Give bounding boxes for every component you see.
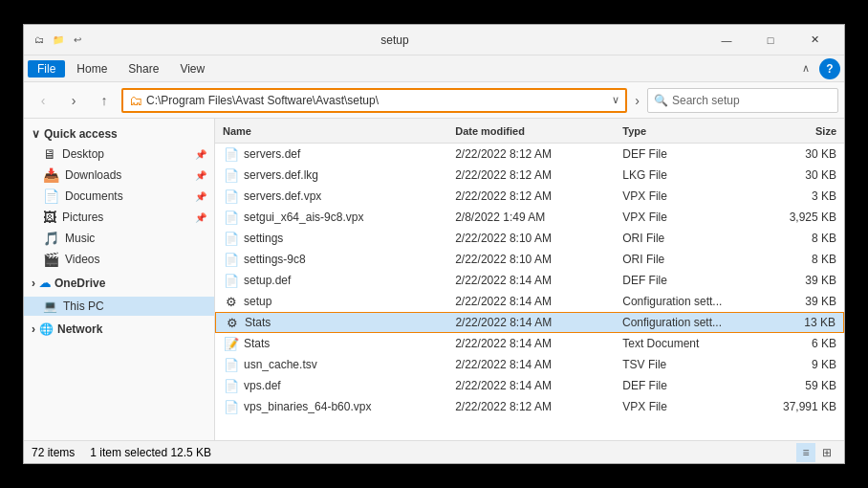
menubar: File Home Share View ∧ ?: [24, 55, 844, 82]
file-type-cell: VPX File: [622, 211, 762, 224]
file-type-icon: 📄: [223, 398, 240, 415]
sidebar-network-header[interactable]: › 🌐 Network: [24, 320, 214, 339]
file-type-cell: ORI File: [622, 232, 762, 245]
file-type-icon: 📄: [223, 209, 240, 226]
file-type-cell: TSV File: [622, 358, 762, 371]
table-row[interactable]: 📄 setup.def 2/22/2022 8:14 AM DEF File 3…: [215, 270, 844, 291]
sidebar-item-downloads[interactable]: 📥 Downloads 📌: [24, 165, 214, 186]
file-type-cell: LKG File: [622, 168, 762, 182]
details-view-button[interactable]: ≡: [796, 443, 815, 462]
music-folder-icon: 🎵: [43, 231, 59, 246]
table-row[interactable]: 📄 servers.def 2/22/2022 8:12 AM DEF File…: [215, 144, 844, 165]
window-title: setup: [85, 33, 705, 47]
file-name-cell: 📝 Stats: [223, 335, 455, 352]
sidebar-onedrive-header[interactable]: › ☁ OneDrive: [24, 274, 214, 293]
address-folder-icon: 🗂: [129, 93, 142, 108]
file-type-cell: Configuration sett...: [622, 295, 762, 308]
address-dropdown-arrow[interactable]: ∨: [612, 94, 619, 106]
pictures-folder-icon: 🖼: [43, 210, 56, 225]
column-type[interactable]: Type: [622, 125, 762, 137]
up-button[interactable]: ↑: [91, 88, 118, 113]
titlebar-icons: 🗂 📁 ↩: [32, 33, 85, 48]
sidebar-item-documents[interactable]: 📄 Documents 📌: [24, 186, 214, 207]
file-size-cell: 8 KB: [762, 232, 836, 245]
address-bar[interactable]: 🗂 C:\Program Files\Avast Software\Avast\…: [121, 88, 627, 113]
menu-share[interactable]: Share: [119, 60, 168, 78]
file-size-cell: 39 KB: [762, 295, 836, 308]
table-row[interactable]: ⚙ setup 2/22/2022 8:14 AM Configuration …: [215, 291, 844, 312]
network-label: Network: [57, 322, 102, 336]
file-size-cell: 3 KB: [762, 189, 836, 203]
menu-view[interactable]: View: [170, 60, 214, 78]
file-date-cell: 2/22/2022 8:14 AM: [455, 295, 622, 308]
file-date-cell: 2/22/2022 8:14 AM: [455, 358, 622, 371]
help-button[interactable]: ?: [819, 58, 840, 79]
sidebar-quickaccess-header[interactable]: ∨ Quick access: [24, 124, 214, 144]
column-date[interactable]: Date modified: [455, 125, 622, 137]
sidebar-item-music[interactable]: 🎵 Music: [24, 228, 214, 249]
file-type-icon: ⚙: [223, 293, 240, 310]
close-button[interactable]: ✕: [792, 25, 836, 55]
desktop-folder-icon: 🖥: [43, 146, 56, 162]
table-row[interactable]: 📄 settings 2/22/2022 8:10 AM ORI File 8 …: [215, 228, 844, 249]
sidebar-item-thispc[interactable]: 💻 This PC: [24, 297, 214, 316]
sidebar-section-onedrive: › ☁ OneDrive: [24, 274, 214, 293]
file-rows: 📄 servers.def 2/22/2022 8:12 AM DEF File…: [215, 144, 844, 440]
search-bar[interactable]: 🔍 Search setup: [647, 88, 838, 113]
chevron-down-icon: ∨: [32, 127, 40, 141]
maximize-button[interactable]: □: [749, 25, 792, 55]
thispc-label: This PC: [63, 299, 104, 313]
forward-button[interactable]: ›: [60, 88, 87, 113]
file-type-icon: 📄: [223, 188, 240, 205]
large-icons-view-button[interactable]: ⊞: [817, 443, 836, 462]
address-text: C:\Program Files\Avast Software\Avast\se…: [146, 94, 608, 107]
table-row[interactable]: 📄 servers.def.lkg 2/22/2022 8:12 AM LKG …: [215, 165, 844, 186]
file-name-cell: 📄 setup.def: [223, 272, 455, 289]
sidebar-item-videos[interactable]: 🎬 Videos: [24, 249, 214, 270]
table-row[interactable]: 📄 usn_cache.tsv 2/22/2022 8:14 AM TSV Fi…: [215, 354, 844, 375]
search-icon: 🔍: [654, 94, 668, 107]
minimize-button[interactable]: —: [705, 25, 749, 55]
chevron-right-network-icon: ›: [32, 322, 35, 336]
chevron-right-icon: ›: [32, 277, 35, 290]
file-type-icon: ⚙: [224, 314, 241, 331]
table-row[interactable]: 📄 settings-9c8 2/22/2022 8:10 AM ORI Fil…: [215, 249, 844, 270]
file-date-cell: 2/22/2022 8:12 AM: [455, 168, 622, 182]
back-button[interactable]: ‹: [30, 88, 56, 113]
file-date-cell: 2/22/2022 8:12 AM: [455, 147, 622, 161]
table-row[interactable]: ⚙ Stats 2/22/2022 8:14 AM Configuration …: [215, 312, 844, 333]
file-name-cell: 📄 servers.def: [223, 145, 455, 163]
expand-ribbon-button[interactable]: ∧: [802, 62, 810, 75]
menu-file[interactable]: File: [28, 60, 65, 78]
table-row[interactable]: 📝 Stats 2/22/2022 8:14 AM Text Document …: [215, 333, 844, 354]
file-date-cell: 2/22/2022 8:14 AM: [455, 274, 622, 287]
sidebar-item-desktop[interactable]: 🖥 Desktop 📌: [24, 144, 214, 165]
file-name-cell: 📄 servers.def.vpx: [223, 188, 455, 205]
file-date-cell: 2/22/2022 8:12 AM: [455, 189, 622, 203]
file-name-cell: 📄 usn_cache.tsv: [223, 356, 455, 373]
file-name-cell: ⚙ setup: [223, 293, 455, 310]
file-size-cell: 37,991 KB: [762, 400, 836, 413]
pictures-pin-icon: 📌: [195, 212, 206, 223]
videos-label: Videos: [65, 253, 99, 266]
sidebar-item-pictures[interactable]: 🖼 Pictures 📌: [24, 207, 214, 228]
table-row[interactable]: 📄 servers.def.vpx 2/22/2022 8:12 AM VPX …: [215, 186, 844, 207]
file-size-cell: 3,925 KB: [762, 211, 836, 224]
folder-icon-small: 🗂: [32, 33, 47, 48]
column-size[interactable]: Size: [762, 125, 836, 137]
table-row[interactable]: 📄 setgui_x64_ais-9c8.vpx 2/8/2022 1:49 A…: [215, 207, 844, 228]
file-name-cell: 📄 settings: [223, 230, 455, 247]
table-row[interactable]: 📄 vps.def 2/22/2022 8:14 AM DEF File 59 …: [215, 375, 844, 396]
music-label: Music: [65, 232, 95, 245]
sidebar: ∨ Quick access 🖥 Desktop 📌 📥 Downloads 📌…: [24, 119, 215, 440]
file-explorer-window: 🗂 📁 ↩ setup — □ ✕ File Home Share View ∧…: [23, 24, 845, 464]
file-date-cell: 2/22/2022 8:14 AM: [455, 379, 622, 392]
file-name-cell: 📄 vps.def: [223, 377, 455, 394]
table-row[interactable]: 📄 vps_binaries_64-b60.vpx 2/22/2022 8:12…: [215, 396, 844, 417]
address-forward-button[interactable]: ›: [631, 93, 643, 108]
file-date-cell: 2/8/2022 1:49 AM: [455, 211, 622, 224]
menu-home[interactable]: Home: [67, 60, 117, 78]
file-type-icon: 📝: [223, 335, 240, 352]
column-name[interactable]: Name: [223, 125, 455, 137]
downloads-pin-icon: 📌: [195, 170, 206, 181]
